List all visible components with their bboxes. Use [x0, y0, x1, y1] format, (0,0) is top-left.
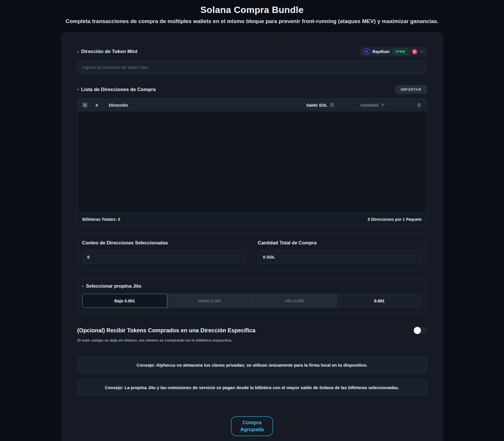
jito-option-low[interactable]: Bajo 0.001 [82, 294, 168, 308]
address-table-empty-body [78, 112, 427, 212]
column-balance: Saldo SOL [306, 103, 334, 108]
jito-tip-label: * Seleccionar propina Jito [82, 283, 422, 289]
address-list-label-text: Lista de Direcciones de Compra [81, 87, 156, 93]
optional-receiver-row: (Opcional) Recibir Tokens Comprados en u… [77, 327, 427, 334]
jito-custom-tip-input[interactable]: 0.001 [337, 294, 422, 308]
main-card: * Dirección de Token Mint R Raydium CPMM… [61, 32, 443, 441]
dex-select-value: Raydium [373, 49, 390, 54]
token-mint-label-text: Dirección de Token Mint [81, 49, 137, 54]
selected-count-label: Conteo de Direcciones Seleccionadas [82, 240, 247, 246]
jito-option-high[interactable]: Alto 0.008 [252, 294, 337, 308]
tip-banner-fees: Consejo: La propina Jito y las comisione… [77, 379, 427, 395]
optional-receiver-title: (Opcional) Recibir Tokens Comprados en u… [77, 327, 255, 334]
total-amount-input[interactable] [258, 250, 422, 264]
page-title: Solana Compra Bundle [0, 0, 504, 15]
optional-receiver-hint: Si este campo se deja en blanco, los tok… [77, 338, 427, 342]
select-all-checkbox[interactable] [82, 103, 87, 108]
required-asterisk: * [77, 88, 79, 93]
indeterminate-dash-icon [84, 105, 86, 105]
chevron-down-icon [420, 50, 424, 54]
token-mint-header-row: * Dirección de Token Mint R Raydium CPMM… [77, 46, 427, 57]
address-table: # Dirección Saldo SOL Cantidad Billetera… [77, 98, 427, 226]
raydium-logo-icon: R [364, 48, 370, 55]
optional-receiver-toggle[interactable] [414, 327, 427, 334]
toggle-knob [414, 327, 421, 334]
summary-panel: Conteo de Direcciones Seleccionadas Cant… [77, 234, 427, 271]
jito-tip-segmented-control: Bajo 0.001 Medio 0.005 Alto 0.008 0.001 [82, 294, 422, 308]
column-address: Dirección [109, 103, 128, 108]
address-list-label: * Lista de Direcciones de Compra [77, 87, 156, 93]
addresses-per-bundle-text: 5 Direcciones por 1 Paquete [368, 217, 422, 222]
address-table-footer: Billeteras Totales: 0 5 Direcciones por … [78, 212, 427, 226]
jito-tip-panel: * Seleccionar propina Jito Bajo 0.001 Me… [77, 277, 427, 314]
address-list-header-row: * Lista de Direcciones de Compra IMPORTA… [77, 85, 427, 94]
total-amount-column: Cantidad Total de Compra [258, 240, 422, 264]
jito-option-medium[interactable]: Medio 0.005 [167, 294, 252, 308]
column-number: # [96, 103, 98, 108]
tip-banner-privacy: Consejo: Alphecca no almacena tus claves… [77, 357, 427, 373]
bundle-buy-button[interactable]: Compra Agrupada [231, 416, 273, 436]
required-asterisk: * [77, 50, 79, 55]
column-amount-text: Cantidad [360, 103, 378, 108]
address-table-header: # Dirección Saldo SOL Cantidad [78, 99, 427, 112]
total-amount-label: Cantidad Total de Compra [258, 240, 422, 246]
column-balance-text: Saldo SOL [306, 103, 327, 108]
import-button[interactable]: IMPORTAR [395, 85, 427, 94]
page-subtitle: Completa transacciones de compra de múlt… [0, 18, 504, 24]
submit-area: Compra Agrupada [77, 416, 427, 436]
selected-count-column: Conteo de Direcciones Seleccionadas [82, 240, 247, 264]
cpmm-badge: CPMM [392, 49, 408, 54]
dex-select[interactable]: R Raydium CPMM ✕ [360, 46, 427, 57]
column-amount: Cantidad [360, 103, 385, 108]
refresh-icon[interactable] [330, 103, 334, 107]
jito-tip-label-text: Seleccionar propina Jito [86, 283, 141, 289]
bundle-buy-button-line1: Compra [240, 419, 264, 426]
token-mint-input[interactable] [77, 61, 427, 74]
edit-amount-icon[interactable] [381, 103, 385, 107]
error-badge-icon: ✕ [412, 49, 417, 54]
required-asterisk: * [82, 284, 84, 289]
token-mint-label: * Dirección de Token Mint [77, 49, 138, 54]
bundle-buy-button-line2: Agrupada [240, 426, 264, 433]
total-wallets-text: Billeteras Totales: 0 [82, 217, 120, 222]
delete-all-icon[interactable] [417, 103, 422, 108]
selected-count-input[interactable] [82, 250, 247, 264]
